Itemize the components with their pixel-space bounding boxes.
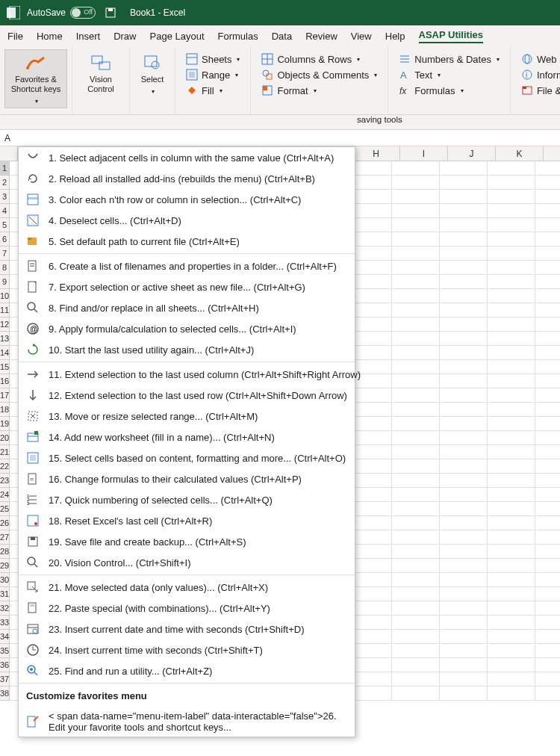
cell[interactable]: [535, 204, 560, 218]
row-header[interactable]: 35: [0, 644, 9, 658]
favorites-menu-item[interactable]: 10. Start the last used utility again...…: [19, 339, 355, 360]
cell[interactable]: [440, 587, 488, 601]
favorites-menu-item[interactable]: @9. Apply formula/calculation to selecte…: [19, 318, 355, 339]
cell[interactable]: [488, 360, 535, 374]
cell[interactable]: [535, 616, 560, 630]
row-header[interactable]: 24: [0, 488, 9, 502]
cell[interactable]: [440, 161, 488, 176]
cell[interactable]: [535, 587, 560, 601]
information-button[interactable]: iInformation▾: [518, 68, 560, 81]
cell[interactable]: [535, 161, 560, 176]
cell[interactable]: [535, 388, 560, 403]
favorites-menu-item[interactable]: 19. Save file and create backup... (Ctrl…: [19, 531, 355, 552]
cell[interactable]: [440, 545, 488, 559]
name-box[interactable]: A: [0, 130, 560, 146]
cell[interactable]: [440, 474, 488, 488]
menu-review[interactable]: Review: [305, 31, 337, 42]
web-button[interactable]: Web▾: [518, 52, 560, 66]
cell[interactable]: [488, 516, 535, 530]
favorites-menu-item[interactable]: 20. Vision Control... (Ctrl+Shift+I): [19, 552, 355, 573]
cell[interactable]: [488, 247, 535, 261]
cell[interactable]: [535, 644, 560, 658]
row-header[interactable]: 2: [0, 176, 9, 190]
column-header[interactable]: H: [352, 146, 400, 161]
favorites-menu-item[interactable]: 13. Move or resize selected range... (Ct…: [19, 406, 355, 427]
cell[interactable]: [535, 275, 560, 289]
cell[interactable]: [440, 644, 488, 658]
favorites-menu-item[interactable]: 14. Add new worksheet (fill in a name)..…: [19, 427, 355, 447]
row-header[interactable]: 3: [0, 190, 9, 204]
cell[interactable]: [440, 672, 488, 687]
cell[interactable]: [440, 431, 488, 445]
favorites-menu-item[interactable]: 7. Export selection or active sheet as n…: [19, 276, 355, 297]
cell[interactable]: [535, 672, 560, 687]
menu-help[interactable]: Help: [385, 31, 405, 42]
cell[interactable]: [488, 431, 535, 445]
cell[interactable]: [535, 530, 560, 545]
autosave-control[interactable]: AutoSave Off: [27, 7, 96, 19]
fill-button[interactable]: Fill▾: [183, 84, 243, 97]
favorites-menu-item[interactable]: =16. Change formulas to their calculated…: [19, 468, 355, 489]
favorites-menu-item[interactable]: 24. Insert current time with seconds (Ct…: [19, 639, 355, 660]
cell[interactable]: [488, 459, 535, 474]
cell[interactable]: [392, 672, 440, 687]
cell[interactable]: [392, 176, 440, 190]
menu-home[interactable]: Home: [37, 31, 63, 42]
cell[interactable]: [392, 190, 440, 204]
cell[interactable]: [392, 445, 440, 459]
row-header[interactable]: 13: [0, 332, 9, 346]
cell[interactable]: [488, 190, 535, 204]
cell[interactable]: [488, 204, 535, 218]
cell[interactable]: [392, 332, 440, 346]
cell[interactable]: [440, 658, 488, 672]
cell[interactable]: [488, 346, 535, 360]
row-header[interactable]: 32: [0, 601, 9, 616]
cell[interactable]: [440, 374, 488, 388]
cell[interactable]: [440, 445, 488, 459]
favorites-menu-item[interactable]: 12. Extend selection to the last used ro…: [19, 385, 355, 406]
cell[interactable]: [535, 431, 560, 445]
cell[interactable]: [392, 644, 440, 658]
cell[interactable]: [392, 388, 440, 403]
cell[interactable]: [392, 218, 440, 232]
cell[interactable]: [535, 630, 560, 644]
cell[interactable]: [535, 403, 560, 417]
cell[interactable]: [535, 303, 560, 317]
cell[interactable]: [488, 687, 535, 701]
cell[interactable]: [392, 502, 440, 516]
cell[interactable]: [392, 587, 440, 601]
cell[interactable]: [392, 360, 440, 374]
cell[interactable]: [392, 474, 440, 488]
cell[interactable]: [535, 218, 560, 232]
cell[interactable]: [392, 459, 440, 474]
cell[interactable]: [488, 644, 535, 658]
row-header[interactable]: 30: [0, 573, 9, 587]
cell[interactable]: [535, 488, 560, 502]
menu-draw[interactable]: Draw: [113, 31, 136, 42]
cell[interactable]: [535, 516, 560, 530]
row-header[interactable]: 34: [0, 630, 9, 644]
cell[interactable]: [392, 417, 440, 431]
cell[interactable]: [488, 502, 535, 516]
cell[interactable]: [535, 687, 560, 701]
cell[interactable]: [440, 388, 488, 403]
favorites-menu-item[interactable]: 4. Deselect cells... (Ctrl+Alt+D): [19, 210, 355, 231]
objects-comments-button[interactable]: Objects & Comments▾: [258, 68, 380, 81]
cell[interactable]: [392, 232, 440, 247]
cell[interactable]: [488, 474, 535, 488]
cell[interactable]: [535, 459, 560, 474]
row-header[interactable]: 33: [0, 616, 9, 630]
cell[interactable]: [440, 303, 488, 317]
favorites-menu-item[interactable]: 18. Reset Excel's last cell (Ctrl+Alt+R): [19, 510, 355, 531]
cell[interactable]: [535, 176, 560, 190]
cell[interactable]: [535, 658, 560, 672]
cell[interactable]: [392, 317, 440, 332]
cell[interactable]: [392, 204, 440, 218]
row-header[interactable]: 15: [0, 360, 9, 374]
row-header[interactable]: 8: [0, 261, 9, 275]
cell[interactable]: [535, 502, 560, 516]
favorites-shortcut-keys-button[interactable]: Favorites & Shortcut keys▾: [4, 49, 67, 108]
column-header[interactable]: K: [496, 146, 544, 161]
cell[interactable]: [440, 687, 488, 701]
cell[interactable]: [488, 587, 535, 601]
